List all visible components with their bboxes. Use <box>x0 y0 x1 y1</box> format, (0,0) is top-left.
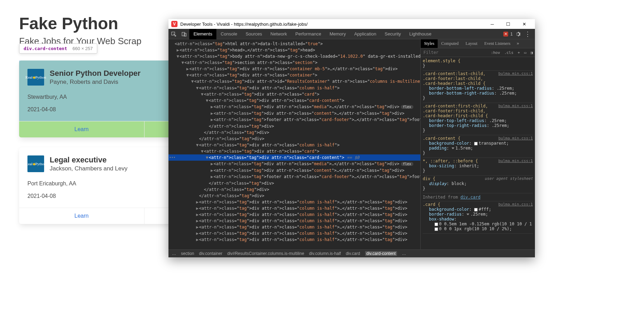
dom-node[interactable]: ▼<attr-n">class="tag">div attr-n">class=… <box>168 91 420 97</box>
dom-node[interactable]: ▶<attr-n">class="tag">footer attr-n">cla… <box>168 117 420 123</box>
styles-tab-layout[interactable]: Layout <box>462 39 481 48</box>
dom-node[interactable]: </attr-n">class="tag">div> <box>168 180 420 186</box>
breadcrumb-item[interactable]: section <box>181 251 194 256</box>
tooltip-dimensions: 660 × 257 <box>73 46 93 51</box>
device-icon[interactable]: ▭ <box>522 50 529 55</box>
styles-tab-styles[interactable]: Styles <box>421 39 438 48</box>
tab-elements[interactable]: Elements <box>189 29 216 39</box>
tab-sources[interactable]: Sources <box>241 29 266 39</box>
devtools-window: V Developer Tools - Vivaldi - https://re… <box>168 19 535 257</box>
dom-tree-panel[interactable]: <attr-n">class="tag">html attr-n">data-l… <box>168 39 420 249</box>
svg-rect-1 <box>182 32 185 36</box>
dom-breadcrumb[interactable]: …sectiondiv.containerdiv#ResultsContaine… <box>168 249 535 257</box>
devtools-toolbar: ElementsConsoleSourcesNetworkPerformance… <box>168 29 535 39</box>
learn-link[interactable]: Learn <box>19 208 145 224</box>
breadcrumb-item[interactable]: … <box>402 251 406 256</box>
dom-node[interactable]: </attr-n">class="tag">div> <box>168 129 420 136</box>
sidebar-toggle-icon[interactable]: ◨ <box>528 50 535 55</box>
dom-node[interactable]: •••▼<attr-n">class="tag">div attr-n">cla… <box>168 154 420 161</box>
styles-rules[interactable]: element.style {}.card-content:last-child… <box>421 57 535 249</box>
inspect-icon[interactable] <box>168 29 179 39</box>
dom-node[interactable]: ▼<attr-n">class="tag">div attr-n">id="Re… <box>168 78 420 85</box>
dom-node[interactable]: ▶<attr-n">class="tag">div attr-n">class=… <box>168 211 420 218</box>
more-icon[interactable]: ⋮ <box>523 30 532 38</box>
breadcrumb-item[interactable]: div#ResultsContainer.columns.is-multilin… <box>227 251 304 256</box>
styles-filter-input[interactable] <box>421 48 489 57</box>
company-logo: Real◆Python <box>27 69 44 86</box>
tab-lighthouse[interactable]: Lighthouse <box>405 29 436 39</box>
error-badge-icon[interactable]: ✕ <box>503 32 508 37</box>
titlebar[interactable]: V Developer Tools - Vivaldi - https://re… <box>168 19 535 29</box>
hov-button[interactable]: :hov <box>489 50 502 55</box>
dom-node[interactable]: ▶<attr-n">class="tag">div attr-n">class=… <box>168 230 420 236</box>
dom-node[interactable]: ▶<attr-n">class="tag">div attr-n">class=… <box>168 224 420 230</box>
learn-link[interactable]: Learn <box>19 121 145 137</box>
dom-node[interactable]: ▼<attr-n">class="tag">div attr-n">class=… <box>168 142 420 148</box>
error-count: 1 <box>510 32 513 37</box>
job-title: Legal executive <box>50 155 127 164</box>
styles-tabs: StylesComputedLayoutEvent Listeners» <box>421 39 535 48</box>
breadcrumb-item[interactable]: … <box>172 251 176 256</box>
tab-performance[interactable]: Performance <box>291 29 325 39</box>
styles-panel: StylesComputedLayoutEvent Listeners» :ho… <box>420 39 535 249</box>
breadcrumb-item[interactable]: div.column.is-half <box>309 251 341 256</box>
tab-network[interactable]: Network <box>266 29 291 39</box>
job-title: Senior Python Developer <box>50 69 141 78</box>
breadcrumb-item[interactable]: div.card-content <box>365 251 397 256</box>
app-icon: V <box>171 21 177 27</box>
devtools-tabs: ElementsConsoleSourcesNetworkPerformance… <box>189 29 503 39</box>
css-rule[interactable]: .card {bulma.min.css:1background-color: … <box>423 201 533 234</box>
dom-node[interactable]: <attr-n">class="tag">html attr-n">data-l… <box>168 41 420 47</box>
dom-node[interactable]: ▶<attr-n">class="tag">div attr-n">class=… <box>168 66 420 72</box>
dom-node[interactable]: ▶<attr-n">class="tag">div attr-n">class=… <box>168 218 420 224</box>
tab-application[interactable]: Application <box>350 29 381 39</box>
close-button[interactable]: ✕ <box>516 19 532 29</box>
dom-node[interactable]: ▶<attr-n">class="tag">head>…</attr-n">cl… <box>168 47 420 53</box>
tab-memory[interactable]: Memory <box>325 29 350 39</box>
dom-node[interactable]: </attr-n">class="tag">div> <box>168 136 420 142</box>
css-rule[interactable]: .card-content:first-child, .card-footer:… <box>423 103 533 135</box>
dom-node[interactable]: ▼<attr-n">class="tag">div attr-n">class=… <box>168 72 420 78</box>
dom-node[interactable]: ▶<attr-n">class="tag">div attr-n">class=… <box>168 236 420 243</box>
css-rule[interactable]: .card-content:last-child, .card-footer:l… <box>423 71 533 103</box>
styles-tab-computed[interactable]: Computed <box>438 39 462 48</box>
dom-node[interactable]: ▼<attr-n">class="tag">div attr-n">class=… <box>168 97 420 104</box>
tab-console[interactable]: Console <box>216 29 241 39</box>
maximize-button[interactable]: ☐ <box>500 19 516 29</box>
dom-node[interactable]: ▶<attr-n">class="tag">div attr-n">class=… <box>168 205 420 211</box>
dom-node[interactable]: ▼<attr-n">class="tag">section attr-n">cl… <box>168 59 420 66</box>
css-rule[interactable]: .card-content {bulma.min.css:1background… <box>423 135 533 158</box>
minimize-button[interactable]: ─ <box>484 19 500 29</box>
dom-node[interactable]: ▶<attr-n">class="tag">div attr-n">class=… <box>168 110 420 117</box>
dom-node[interactable]: ▶<attr-n">class="tag">div attr-n">class=… <box>168 167 420 174</box>
css-rule[interactable]: *, ::after, ::before {bulma.min.css:1box… <box>423 158 533 176</box>
dom-node[interactable]: ▶<attr-n">class="tag">div attr-n">class=… <box>168 104 420 110</box>
styles-tab-event-listeners[interactable]: Event Listeners <box>481 39 514 48</box>
settings-icon[interactable] <box>515 31 521 37</box>
dom-node[interactable]: ▶<attr-n">class="tag">div attr-n">class=… <box>168 161 420 167</box>
css-rule[interactable]: element.style {} <box>423 58 533 71</box>
styles-tabs-more-icon[interactable]: » <box>514 39 522 48</box>
css-rule[interactable]: div {user agent stylesheetdisplay: block… <box>423 176 533 193</box>
breadcrumb-item[interactable]: div.container <box>199 251 222 256</box>
dom-node[interactable]: ▶<attr-n">class="tag">div attr-n">class=… <box>168 199 420 205</box>
add-rule-button[interactable]: + <box>515 50 522 55</box>
tooltip-selector: div.card-content <box>24 46 67 51</box>
dom-node[interactable]: </attr-n">class="tag">div> <box>168 193 420 199</box>
dom-node[interactable]: ▼<attr-n">class="tag">div attr-n">class=… <box>168 85 420 91</box>
dom-node[interactable]: ▶<attr-n">class="tag">footer attr-n">cla… <box>168 174 420 180</box>
tab-security[interactable]: Security <box>380 29 405 39</box>
company-logo: Real◆Python <box>27 155 44 172</box>
inherited-from: Inherited from div.card <box>423 193 533 201</box>
styles-filter-row: :hov .cls + ▭ ◨ <box>421 48 535 57</box>
cls-button[interactable]: .cls <box>502 50 516 55</box>
dom-node[interactable]: ▼<attr-n">class="tag">body attr-n">data-… <box>168 53 420 59</box>
dom-node[interactable]: </attr-n">class="tag">div> <box>168 123 420 129</box>
job-company: Payne, Roberts and Davis <box>50 79 141 86</box>
dom-node[interactable]: </attr-n">class="tag">div> <box>168 186 420 193</box>
dom-node[interactable]: ▼<attr-n">class="tag">div attr-n">class=… <box>168 148 420 154</box>
breadcrumb-item[interactable]: div.card <box>346 251 360 256</box>
device-toggle-icon[interactable] <box>179 29 189 39</box>
inspector-tooltip: div.card-content 660 × 257 <box>19 43 97 54</box>
window-title: Developer Tools - Vivaldi - https://real… <box>180 22 481 27</box>
